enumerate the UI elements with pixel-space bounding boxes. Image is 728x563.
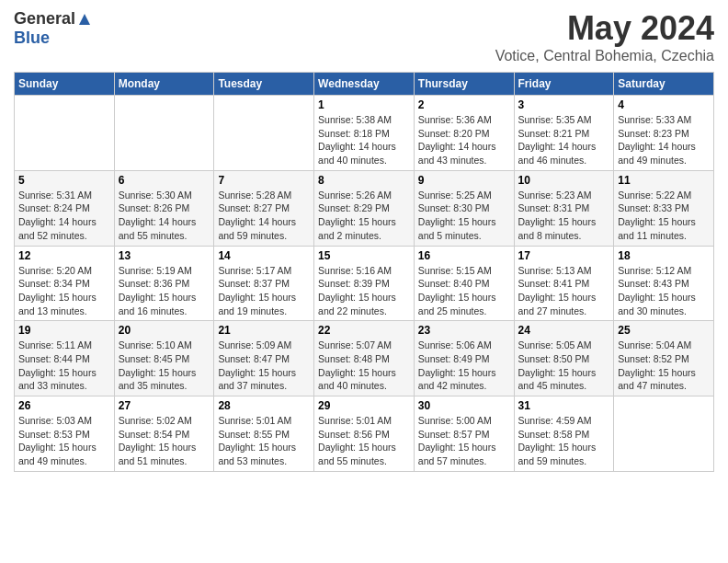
cell-day-number: 3 xyxy=(518,98,610,111)
month-year: May 2024 xyxy=(495,9,714,48)
calendar-cell: 16Sunrise: 5:15 AMSunset: 8:40 PMDayligh… xyxy=(414,246,514,321)
cell-day-number: 17 xyxy=(518,249,610,262)
cell-sun-info: Sunrise: 5:00 AMSunset: 8:57 PMDaylight:… xyxy=(418,414,510,468)
cell-sun-info: Sunrise: 5:30 AMSunset: 8:26 PMDaylight:… xyxy=(119,189,210,243)
cell-day-number: 30 xyxy=(418,399,510,412)
cell-day-number: 25 xyxy=(618,324,710,337)
calendar-cell: 8Sunrise: 5:26 AMSunset: 8:29 PMDaylight… xyxy=(314,170,415,246)
cell-day-number: 28 xyxy=(218,399,310,412)
calendar-cell: 7Sunrise: 5:28 AMSunset: 8:27 PMDaylight… xyxy=(214,170,314,246)
calendar-cell: 5Sunrise: 5:31 AMSunset: 8:24 PMDaylight… xyxy=(15,170,115,246)
weekday-header-sunday: Sunday xyxy=(15,73,115,96)
calendar-cell: 15Sunrise: 5:16 AMSunset: 8:39 PMDayligh… xyxy=(314,246,415,321)
cell-sun-info: Sunrise: 5:01 AMSunset: 8:56 PMDaylight:… xyxy=(318,414,410,468)
logo: General Blue xyxy=(14,9,92,48)
cell-day-number: 18 xyxy=(618,249,710,262)
cell-sun-info: Sunrise: 5:33 AMSunset: 8:23 PMDaylight:… xyxy=(618,113,710,167)
calendar-cell xyxy=(15,96,115,171)
cell-day-number: 15 xyxy=(318,249,410,262)
cell-sun-info: Sunrise: 5:03 AMSunset: 8:53 PMDaylight:… xyxy=(18,414,110,468)
cell-day-number: 2 xyxy=(418,98,510,111)
calendar-cell: 2Sunrise: 5:36 AMSunset: 8:20 PMDaylight… xyxy=(414,96,514,171)
cell-sun-info: Sunrise: 5:23 AMSunset: 8:31 PMDaylight:… xyxy=(518,189,610,243)
calendar-week-4: 19Sunrise: 5:11 AMSunset: 8:44 PMDayligh… xyxy=(15,321,714,396)
cell-day-number: 31 xyxy=(518,399,610,412)
cell-day-number: 27 xyxy=(119,399,210,412)
cell-sun-info: Sunrise: 5:10 AMSunset: 8:45 PMDaylight:… xyxy=(119,339,210,393)
calendar-cell xyxy=(614,396,714,472)
cell-sun-info: Sunrise: 5:38 AMSunset: 8:18 PMDaylight:… xyxy=(318,113,410,167)
cell-sun-info: Sunrise: 5:20 AMSunset: 8:34 PMDaylight:… xyxy=(18,264,110,318)
calendar-cell: 23Sunrise: 5:06 AMSunset: 8:49 PMDayligh… xyxy=(414,321,514,396)
calendar-cell: 26Sunrise: 5:03 AMSunset: 8:53 PMDayligh… xyxy=(15,396,115,472)
calendar-cell: 19Sunrise: 5:11 AMSunset: 8:44 PMDayligh… xyxy=(15,321,115,396)
cell-sun-info: Sunrise: 5:36 AMSunset: 8:20 PMDaylight:… xyxy=(418,113,510,167)
calendar-cell xyxy=(114,96,214,171)
cell-day-number: 16 xyxy=(418,249,510,262)
calendar-week-2: 5Sunrise: 5:31 AMSunset: 8:24 PMDaylight… xyxy=(15,170,714,246)
cell-sun-info: Sunrise: 5:07 AMSunset: 8:48 PMDaylight:… xyxy=(318,339,410,393)
calendar-cell: 1Sunrise: 5:38 AMSunset: 8:18 PMDaylight… xyxy=(314,96,415,171)
calendar-cell: 25Sunrise: 5:04 AMSunset: 8:52 PMDayligh… xyxy=(614,321,714,396)
calendar-cell: 27Sunrise: 5:02 AMSunset: 8:54 PMDayligh… xyxy=(114,396,214,472)
weekday-header-tuesday: Tuesday xyxy=(214,73,314,96)
calendar-cell: 28Sunrise: 5:01 AMSunset: 8:55 PMDayligh… xyxy=(214,396,314,472)
cell-sun-info: Sunrise: 5:04 AMSunset: 8:52 PMDaylight:… xyxy=(618,339,710,393)
cell-sun-info: Sunrise: 5:02 AMSunset: 8:54 PMDaylight:… xyxy=(119,414,210,468)
weekday-header-friday: Friday xyxy=(514,73,614,96)
calendar-cell: 3Sunrise: 5:35 AMSunset: 8:21 PMDaylight… xyxy=(514,96,614,171)
calendar-cell: 21Sunrise: 5:09 AMSunset: 8:47 PMDayligh… xyxy=(214,321,314,396)
calendar-week-3: 12Sunrise: 5:20 AMSunset: 8:34 PMDayligh… xyxy=(15,246,714,321)
logo-blue-text: Blue xyxy=(14,29,50,47)
calendar-cell: 6Sunrise: 5:30 AMSunset: 8:26 PMDaylight… xyxy=(114,170,214,246)
cell-day-number: 9 xyxy=(418,174,510,187)
cell-day-number: 20 xyxy=(119,324,210,337)
cell-sun-info: Sunrise: 5:25 AMSunset: 8:30 PMDaylight:… xyxy=(418,189,510,243)
cell-day-number: 22 xyxy=(318,324,410,337)
cell-sun-info: Sunrise: 5:11 AMSunset: 8:44 PMDaylight:… xyxy=(18,339,110,393)
logo-general-text: General xyxy=(14,9,75,29)
weekday-header-thursday: Thursday xyxy=(414,73,514,96)
cell-sun-info: Sunrise: 5:17 AMSunset: 8:37 PMDaylight:… xyxy=(218,264,310,318)
cell-sun-info: Sunrise: 5:05 AMSunset: 8:50 PMDaylight:… xyxy=(518,339,610,393)
cell-day-number: 8 xyxy=(318,174,410,187)
cell-day-number: 1 xyxy=(318,98,410,111)
calendar-cell: 9Sunrise: 5:25 AMSunset: 8:30 PMDaylight… xyxy=(414,170,514,246)
cell-sun-info: Sunrise: 4:59 AMSunset: 8:58 PMDaylight:… xyxy=(518,414,610,468)
cell-day-number: 12 xyxy=(18,249,110,262)
cell-day-number: 24 xyxy=(518,324,610,337)
cell-day-number: 13 xyxy=(119,249,210,262)
weekday-header-saturday: Saturday xyxy=(614,73,714,96)
calendar-week-5: 26Sunrise: 5:03 AMSunset: 8:53 PMDayligh… xyxy=(15,396,714,472)
calendar-table: SundayMondayTuesdayWednesdayThursdayFrid… xyxy=(14,72,714,472)
cell-day-number: 23 xyxy=(418,324,510,337)
header: General Blue May 2024 Votice, Central Bo… xyxy=(14,9,714,64)
calendar-cell: 29Sunrise: 5:01 AMSunset: 8:56 PMDayligh… xyxy=(314,396,415,472)
cell-sun-info: Sunrise: 5:31 AMSunset: 8:24 PMDaylight:… xyxy=(18,189,110,243)
cell-day-number: 14 xyxy=(218,249,310,262)
calendar-cell: 30Sunrise: 5:00 AMSunset: 8:57 PMDayligh… xyxy=(414,396,514,472)
cell-sun-info: Sunrise: 5:26 AMSunset: 8:29 PMDaylight:… xyxy=(318,189,410,243)
calendar-cell: 22Sunrise: 5:07 AMSunset: 8:48 PMDayligh… xyxy=(314,321,415,396)
calendar-cell: 4Sunrise: 5:33 AMSunset: 8:23 PMDaylight… xyxy=(614,96,714,171)
calendar-cell: 12Sunrise: 5:20 AMSunset: 8:34 PMDayligh… xyxy=(15,246,115,321)
calendar-cell: 20Sunrise: 5:10 AMSunset: 8:45 PMDayligh… xyxy=(114,321,214,396)
location: Votice, Central Bohemia, Czechia xyxy=(495,48,714,64)
cell-sun-info: Sunrise: 5:16 AMSunset: 8:39 PMDaylight:… xyxy=(318,264,410,318)
calendar-cell xyxy=(214,96,314,171)
cell-day-number: 19 xyxy=(18,324,110,337)
calendar-cell: 14Sunrise: 5:17 AMSunset: 8:37 PMDayligh… xyxy=(214,246,314,321)
cell-sun-info: Sunrise: 5:01 AMSunset: 8:55 PMDaylight:… xyxy=(218,414,310,468)
cell-sun-info: Sunrise: 5:22 AMSunset: 8:33 PMDaylight:… xyxy=(618,189,710,243)
cell-sun-info: Sunrise: 5:13 AMSunset: 8:41 PMDaylight:… xyxy=(518,264,610,318)
svg-marker-0 xyxy=(79,14,90,25)
cell-day-number: 5 xyxy=(18,174,110,187)
cell-sun-info: Sunrise: 5:28 AMSunset: 8:27 PMDaylight:… xyxy=(218,189,310,243)
cell-sun-info: Sunrise: 5:09 AMSunset: 8:47 PMDaylight:… xyxy=(218,339,310,393)
cell-day-number: 11 xyxy=(618,174,710,187)
weekday-header-row: SundayMondayTuesdayWednesdayThursdayFrid… xyxy=(15,73,714,96)
cell-sun-info: Sunrise: 5:35 AMSunset: 8:21 PMDaylight:… xyxy=(518,113,610,167)
cell-day-number: 29 xyxy=(318,399,410,412)
cell-sun-info: Sunrise: 5:12 AMSunset: 8:43 PMDaylight:… xyxy=(618,264,710,318)
cell-sun-info: Sunrise: 5:06 AMSunset: 8:49 PMDaylight:… xyxy=(418,339,510,393)
